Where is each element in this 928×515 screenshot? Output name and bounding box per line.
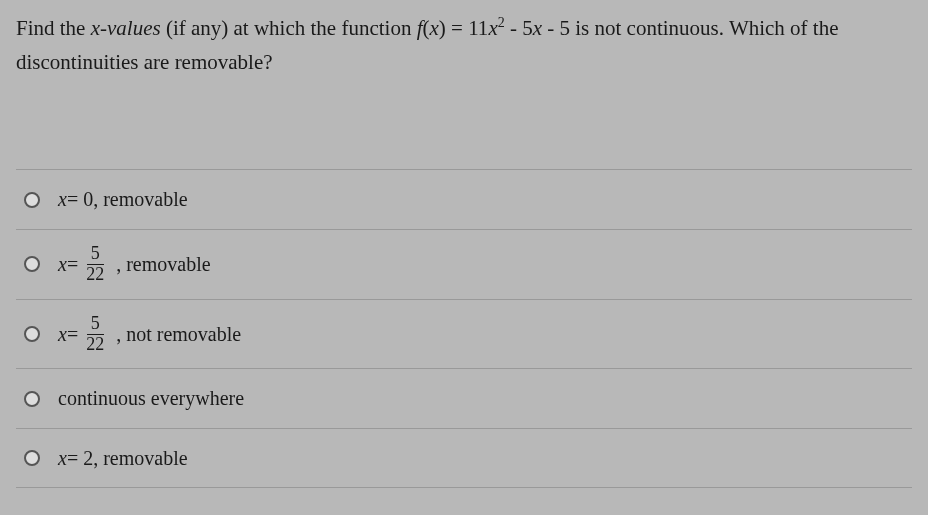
question-line1-mid: (if any) at which the function [161,16,417,40]
radio-icon [24,450,40,466]
opt2-x: x [58,253,67,276]
opt3-eq: = [67,323,78,346]
func-rest: - 5 [505,16,533,40]
opt2-suffix: , removable [116,253,210,276]
opt5-rest: = 2, removable [67,447,188,470]
question-container: Find the x-values (if any) at which the … [0,0,928,500]
option-3[interactable]: x = 5 22 , not removable [16,299,912,369]
opt3-den: 22 [82,335,108,355]
question-line2: discontinuities are removable? [16,50,273,74]
option-3-text: x = 5 22 , not removable [58,314,241,355]
option-2-text: x = 5 22 , removable [58,244,211,285]
opt5-x: x [58,447,67,470]
opt2-num: 5 [87,244,104,265]
radio-icon [24,256,40,272]
opt2-eq: = [67,253,78,276]
opt3-fraction: 5 22 [82,314,108,355]
func-x: x [429,16,438,40]
option-4-text: continuous everywhere [58,387,244,410]
func-x2: x [488,16,497,40]
radio-icon [24,192,40,208]
question-line1-prefix: Find the [16,16,91,40]
opt1-rest: = 0, removable [67,188,188,211]
opt3-x: x [58,323,67,346]
func-close: ) = 11 [439,16,489,40]
opt3-suffix: , not removable [116,323,241,346]
radio-icon [24,391,40,407]
opt3-num: 5 [87,314,104,335]
func-x3: x [533,16,542,40]
option-5-text: x = 2, removable [58,447,188,470]
question-xvalues: x-values [91,16,161,40]
options-container: x = 0, removable x = 5 22 , removable x … [16,169,912,488]
option-5[interactable]: x = 2, removable [16,428,912,488]
opt2-den: 22 [82,265,108,285]
question-text: Find the x-values (if any) at which the … [16,12,912,79]
radio-icon [24,326,40,342]
opt1-x: x [58,188,67,211]
opt4-text: continuous everywhere [58,387,244,410]
option-1[interactable]: x = 0, removable [16,169,912,229]
option-4[interactable]: continuous everywhere [16,368,912,428]
func-end: - 5 is not continuous. Which of the [542,16,839,40]
func-sq: 2 [498,15,505,30]
option-1-text: x = 0, removable [58,188,188,211]
option-2[interactable]: x = 5 22 , removable [16,229,912,299]
opt2-fraction: 5 22 [82,244,108,285]
